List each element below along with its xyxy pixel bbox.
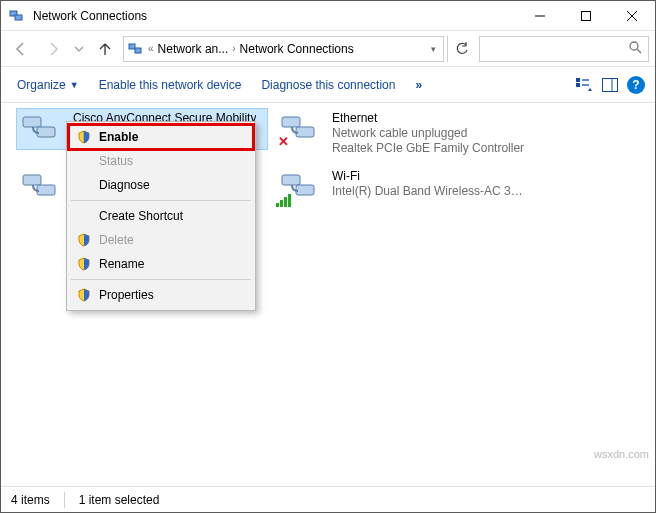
- svg-point-8: [630, 42, 638, 50]
- signal-bars-icon: [276, 193, 294, 207]
- up-button[interactable]: [91, 35, 119, 63]
- svg-rect-22: [282, 175, 300, 185]
- adapter-wifi[interactable]: Wi-Fi Intel(R) Dual Band Wireless-AC 31.…: [276, 167, 526, 207]
- svg-rect-1: [15, 15, 22, 20]
- breadcrumb-part2[interactable]: Network Connections: [240, 42, 354, 56]
- title-bar: Network Connections: [1, 1, 655, 31]
- divider: [64, 492, 65, 508]
- control-panel-icon: [128, 41, 144, 57]
- svg-rect-18: [23, 175, 41, 185]
- ctx-properties[interactable]: Properties: [69, 283, 253, 307]
- status-selection: 1 item selected: [79, 493, 160, 507]
- svg-rect-17: [37, 127, 55, 137]
- adapter-device: Intel(R) Dual Band Wireless-AC 31...: [332, 184, 526, 199]
- ctx-label: Diagnose: [99, 178, 241, 192]
- ctx-label: Status: [99, 154, 241, 168]
- adapter-icon: [19, 169, 63, 205]
- maximize-button[interactable]: [563, 1, 609, 30]
- adapter-ethernet[interactable]: ✕ Ethernet Network cable unplugged Realt…: [276, 109, 526, 158]
- forward-button[interactable]: [39, 35, 67, 63]
- ctx-diagnose[interactable]: Diagnose: [69, 173, 253, 197]
- separator: [71, 279, 251, 280]
- adapter-icon: [19, 111, 63, 147]
- shield-icon: [77, 233, 91, 247]
- separator: [71, 200, 251, 201]
- overflow-button[interactable]: »: [405, 78, 432, 92]
- command-bar: Organize ▼ Enable this network device Di…: [1, 67, 655, 103]
- svg-rect-7: [135, 48, 141, 53]
- recent-locations-button[interactable]: [71, 35, 87, 63]
- breadcrumb[interactable]: « Network an... › Network Connections ▾: [123, 36, 444, 62]
- network-connections-icon: [9, 8, 25, 24]
- context-menu: Enable Status Diagnose Create Shortcut D…: [66, 121, 256, 311]
- refresh-button[interactable]: [447, 36, 475, 62]
- enable-device-command[interactable]: Enable this network device: [89, 72, 252, 98]
- ctx-enable[interactable]: Enable: [69, 125, 253, 149]
- svg-rect-11: [576, 83, 580, 87]
- shield-icon: [77, 288, 91, 302]
- ctx-delete: Delete: [69, 228, 253, 252]
- svg-rect-10: [576, 78, 580, 82]
- svg-rect-20: [282, 117, 300, 127]
- svg-rect-21: [296, 127, 314, 137]
- ctx-label: Rename: [99, 257, 241, 271]
- view-options-button[interactable]: [571, 72, 597, 98]
- ctx-status: Status: [69, 149, 253, 173]
- ctx-rename[interactable]: Rename: [69, 252, 253, 276]
- ctx-label: Enable: [99, 130, 241, 144]
- preview-pane-button[interactable]: [597, 72, 623, 98]
- organize-menu[interactable]: Organize ▼: [7, 72, 89, 98]
- svg-line-9: [637, 49, 641, 53]
- adapter-name: Wi-Fi: [332, 169, 526, 184]
- shield-icon: [77, 130, 91, 144]
- breadcrumb-prefix: «: [148, 43, 154, 54]
- svg-rect-23: [296, 185, 314, 195]
- ctx-label: Create Shortcut: [99, 209, 241, 223]
- diagnose-connection-command[interactable]: Diagnose this connection: [251, 72, 405, 98]
- svg-rect-19: [37, 185, 55, 195]
- search-icon: [628, 40, 642, 58]
- status-bar: 4 items 1 item selected: [1, 486, 655, 512]
- svg-rect-3: [582, 11, 591, 20]
- window-controls: [517, 1, 655, 30]
- minimize-button[interactable]: [517, 1, 563, 30]
- address-history-button[interactable]: ▾: [428, 44, 439, 54]
- content-area[interactable]: Cisco AnyConnect Secure Mobility ✕ Ether…: [1, 103, 655, 486]
- status-item-count: 4 items: [11, 493, 50, 507]
- ctx-create-shortcut[interactable]: Create Shortcut: [69, 204, 253, 228]
- dropdown-arrow-icon: ▼: [70, 80, 79, 90]
- adapter-device: Realtek PCIe GbE Family Controller: [332, 141, 524, 156]
- help-icon: ?: [627, 76, 645, 94]
- ctx-label: Delete: [99, 233, 241, 247]
- close-button[interactable]: [609, 1, 655, 30]
- shield-icon: [77, 257, 91, 271]
- back-button[interactable]: [7, 35, 35, 63]
- window-title: Network Connections: [33, 9, 517, 23]
- chevron-right-icon[interactable]: ›: [232, 43, 235, 54]
- search-input[interactable]: [479, 36, 649, 62]
- adapter-icon: ✕: [278, 111, 322, 147]
- svg-rect-14: [603, 78, 618, 91]
- adapter-icon: [278, 169, 322, 205]
- organize-label: Organize: [17, 78, 66, 92]
- adapter-status: Network cable unplugged: [332, 126, 524, 141]
- svg-rect-16: [23, 117, 41, 127]
- unplugged-x-icon: ✕: [276, 134, 290, 148]
- breadcrumb-part1[interactable]: Network an...: [158, 42, 229, 56]
- address-bar-row: « Network an... › Network Connections ▾: [1, 31, 655, 67]
- adapter-name: Ethernet: [332, 111, 524, 126]
- help-button[interactable]: ?: [623, 72, 649, 98]
- watermark: wsxdn.com: [594, 448, 649, 460]
- svg-rect-6: [129, 44, 135, 49]
- window: Network Connections « Network an... › N: [0, 0, 656, 513]
- ctx-label: Properties: [99, 288, 241, 302]
